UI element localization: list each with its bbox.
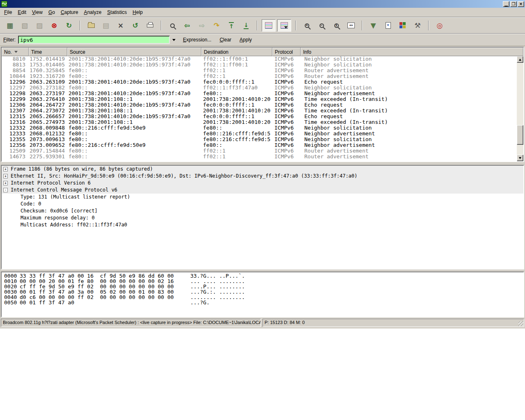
hex-row[interactable]: 005000 01 ff 3f 47 a0...?G.: [4, 300, 523, 305]
filter-input[interactable]: [18, 36, 170, 44]
close-button[interactable]: ×: [518, 1, 524, 7]
restore-button[interactable]: ❐: [510, 1, 517, 7]
detail-row[interactable]: Type: 131 (Multicast listener report): [2, 194, 523, 201]
preferences-button[interactable]: ⚒: [412, 20, 423, 31]
filter-dropdown-button[interactable]: [170, 36, 177, 43]
find-packet-button[interactable]: [167, 20, 178, 31]
file-open-button[interactable]: [86, 20, 96, 31]
capture-filter-button[interactable]: ▼: [368, 20, 379, 31]
print-button[interactable]: [145, 20, 155, 31]
reload-button[interactable]: ↺: [130, 20, 141, 31]
menu-item-file[interactable]: File: [1, 9, 15, 16]
resize-columns-button[interactable]: ↔: [346, 20, 356, 31]
packet-row[interactable]: 123562073.009652fe80::216:cfff:fe9d:50e9…: [2, 142, 517, 148]
menu-item-statistics[interactable]: Statistics: [104, 9, 130, 16]
capture-stop-button[interactable]: ⊗: [49, 20, 59, 31]
hex-offset: 0050: [4, 300, 20, 305]
list-interfaces-button[interactable]: ▦: [5, 20, 15, 31]
colorize-packet-list-toggle[interactable]: [262, 19, 276, 32]
scroll-up-button[interactable]: [517, 56, 523, 63]
column-header-label: Destination: [204, 49, 228, 55]
column-header-info[interactable]: Info: [301, 48, 523, 56]
packet-row[interactable]: 123072064.2730722001:738:2001:108::12001…: [2, 108, 517, 114]
cell-source: 2001:738:2001:4010:20de:1b95:973f:47a0: [67, 56, 201, 62]
packet-row[interactable]: 108441923.316720fe80::ff02::1ICMPv6Route…: [2, 73, 517, 79]
packet-row[interactable]: 123322068.009848fe80::216:cfff:fe9d:50e9…: [2, 125, 517, 131]
detail-row[interactable]: +Internet Protocol Version 6: [2, 180, 523, 187]
cell-no: 12307: [2, 108, 29, 114]
zoom-in-button[interactable]: +: [301, 20, 312, 31]
apply-button[interactable]: Apply: [237, 36, 254, 44]
go-to-bottom-button[interactable]: ↓: [241, 20, 251, 31]
packet-row[interactable]: 122982063.2731972001:738:2001:4010:20de:…: [2, 91, 517, 96]
minimize-button[interactable]: ▁: [503, 1, 509, 7]
detail-row[interactable]: Checksum: 0xd0c6 [correct]: [2, 208, 523, 215]
column-header-protocol[interactable]: Protocol: [272, 48, 301, 56]
cell-destination: ff02::1:ff00:1: [201, 62, 272, 68]
menu-item-analyze[interactable]: Analyze: [81, 9, 105, 16]
capture-restart-button[interactable]: ↻: [64, 20, 74, 31]
hex-row[interactable]: 0040d0 c6 00 00 00 00 ff 02 00 00 00 00 …: [4, 294, 523, 300]
menu-item-help[interactable]: Help: [130, 9, 146, 16]
packet-row[interactable]: 88101752.0144192001:738:2001:4010:20de:1…: [2, 56, 517, 62]
zoom-100-button[interactable]: 1: [331, 20, 342, 31]
expand-icon[interactable]: +: [3, 167, 8, 171]
help-button[interactable]: ◎: [434, 20, 445, 31]
expression-button[interactable]: Expression...: [180, 36, 214, 44]
go-back-button[interactable]: ⇦: [182, 20, 192, 31]
packet-row[interactable]: 122962063.2631092001:738:2001:4010:20de:…: [2, 79, 517, 85]
packet-list-scrollbar[interactable]: [517, 56, 523, 161]
packet-row[interactable]: 123162065.2749732001:738:2001:108::12001…: [2, 119, 517, 125]
toolbar-separator: [295, 21, 296, 30]
cell-info: Time exceeded (In-transit): [301, 96, 517, 102]
menu-item-capture[interactable]: Capture: [58, 9, 81, 16]
packet-row[interactable]: 88541760.325845fe80::ff02::1ICMPv6Router…: [2, 68, 517, 73]
column-header-source[interactable]: Source: [67, 48, 201, 56]
packet-row[interactable]: 122992063.2764102001:738:2001:108::12001…: [2, 96, 517, 102]
go-forward-button[interactable]: ⇨: [196, 20, 207, 31]
packet-row[interactable]: 146732275.939301fe80::ff02::1ICMPv6Route…: [2, 154, 517, 160]
menu-item-go[interactable]: Go: [46, 9, 58, 16]
column-header-no[interactable]: No.: [2, 48, 29, 56]
menu-item-view[interactable]: View: [29, 9, 46, 16]
detail-row[interactable]: Multicast Address: ff02::1:ff3f:47a0: [2, 221, 523, 228]
expand-icon[interactable]: +: [3, 181, 8, 185]
expand-icon[interactable]: +: [3, 174, 8, 178]
packet-row[interactable]: 123332068.012132fe80::fe80::216:cfff:fe9…: [2, 131, 517, 137]
packet-row[interactable]: 123062064.2647272001:738:2001:4010:20de:…: [2, 102, 517, 108]
collapse-icon[interactable]: -: [3, 188, 8, 192]
file-save-as-button[interactable]: ▤: [100, 20, 111, 31]
detail-row[interactable]: Maximum response delay: 0: [2, 215, 523, 221]
packet-row[interactable]: 122972063.273182fe80::ff02::1:ff3f:47a0I…: [2, 85, 517, 91]
detail-row[interactable]: Code: 0: [2, 201, 523, 208]
cell-destination: fe80::: [201, 91, 272, 96]
packet-row[interactable]: 123152065.2666572001:738:2001:4010:20de:…: [2, 114, 517, 119]
column-header-destination[interactable]: Destination: [201, 48, 272, 56]
cell-no: 12316: [2, 119, 29, 125]
packet-row[interactable]: 88131753.0144052001:738:2001:4010:20de:1…: [2, 62, 517, 68]
go-to-packet-button[interactable]: ↷: [211, 20, 222, 31]
clear-button[interactable]: Clear: [217, 36, 234, 44]
auto-scroll-toggle[interactable]: [277, 19, 291, 32]
detail-row[interactable]: +Ethernet II, Src: HonHaiPr_9d:50:e9 (00…: [2, 173, 523, 180]
go-to-top-button[interactable]: ↑: [226, 20, 237, 31]
file-close-button[interactable]: ×: [115, 20, 126, 31]
display-filter-button[interactable]: ▼: [383, 20, 393, 31]
zoom-out-button[interactable]: −: [316, 20, 327, 31]
column-header-time[interactable]: Time: [29, 48, 67, 56]
cell-no: 12356: [2, 142, 29, 148]
capture-options-button[interactable]: ▧: [19, 20, 30, 31]
scrollbar-thumb[interactable]: [517, 125, 523, 145]
packet-row[interactable]: 125092097.154844fe80::ff02::1ICMPv6Route…: [2, 148, 517, 154]
capture-start-button[interactable]: ▨: [34, 20, 45, 31]
detail-row[interactable]: -Internet Control Message Protocol v6: [2, 187, 523, 194]
toolbar-separator: [428, 21, 429, 30]
cell-destination: ff02::1: [201, 68, 272, 73]
menu-item-edit[interactable]: Edit: [15, 9, 29, 16]
resize-grip-icon[interactable]: [518, 321, 523, 326]
scroll-down-button[interactable]: [517, 155, 523, 161]
detail-row[interactable]: +Frame 1186 (86 bytes on wire, 86 bytes …: [2, 166, 523, 173]
coloring-rules-button[interactable]: [397, 20, 408, 31]
packet-row[interactable]: 123552073.009613fe80::fe80::216:cfff:fe9…: [2, 137, 517, 142]
cell-source: 2001:738:2001:4010:20de:1b95:973f:47a0: [67, 114, 201, 119]
